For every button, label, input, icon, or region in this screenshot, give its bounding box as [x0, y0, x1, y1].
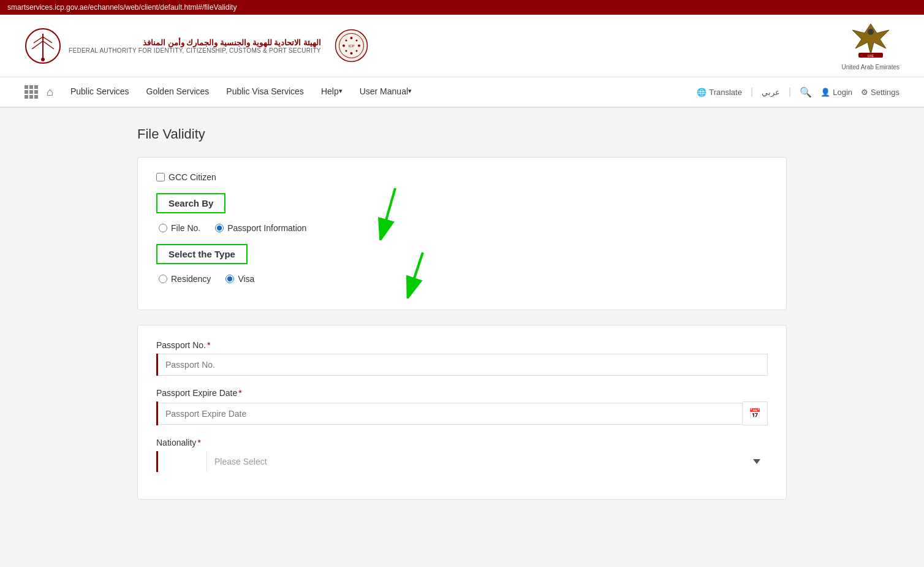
- nationality-required: *: [197, 438, 200, 447]
- uae-eagle-icon: UAE: [846, 21, 895, 64]
- settings-button[interactable]: ⚙ Settings: [861, 88, 899, 97]
- translate-label: Translate: [709, 88, 742, 97]
- nav-public-visa-services[interactable]: Public Visa Services: [218, 77, 312, 107]
- svg-point-15: [345, 50, 347, 52]
- svg-point-10: [350, 52, 352, 55]
- home-icon[interactable]: ⌂: [47, 86, 53, 99]
- nationality-group: Nationality* Please Select: [156, 438, 768, 472]
- nav-help[interactable]: Help: [312, 77, 351, 107]
- login-button[interactable]: 👤 Login: [820, 88, 852, 97]
- header-logo: الهيئة الاتحادية للهوية والجنسية والجمار…: [25, 28, 368, 64]
- nav-public-services[interactable]: Public Services: [62, 77, 138, 107]
- nationality-select[interactable]: Please Select: [207, 451, 768, 472]
- login-label: Login: [833, 88, 852, 97]
- logo-text: الهيئة الاتحادية للهوية والجنسية والجمار…: [69, 38, 321, 54]
- passport-info-label: Passport Information: [227, 223, 306, 233]
- gcc-citizen-checkbox[interactable]: [156, 173, 165, 181]
- passport-no-field-label: Passport No.*: [156, 340, 768, 350]
- passport-no-input-wrapper: [156, 354, 768, 376]
- file-no-label: File No.: [171, 223, 200, 233]
- header: الهيئة الاتحادية للهوية والجنسية والجمار…: [0, 15, 924, 77]
- nav-left: ⌂ Public Services Golden Services Public…: [25, 77, 420, 107]
- svg-line-5: [43, 41, 54, 49]
- passport-no-group: Passport No.*: [156, 340, 768, 376]
- translate-button[interactable]: 🌐 Translate: [697, 88, 742, 97]
- select-type-label: Select the Type: [156, 244, 248, 264]
- nav-links: Public Services Golden Services Public V…: [62, 77, 420, 107]
- search-type-card: GCC Citizen Search By File No. Passport …: [137, 157, 787, 310]
- passport-no-required: *: [207, 340, 210, 350]
- nationality-code-input[interactable]: [158, 451, 207, 472]
- svg-point-12: [358, 45, 360, 47]
- search-by-radio-row: File No. Passport Information: [156, 223, 768, 233]
- page-title: File Validity: [137, 126, 787, 142]
- arabic-button[interactable]: عربي: [762, 88, 780, 97]
- visa-option[interactable]: Visa: [225, 274, 254, 284]
- passport-no-input[interactable]: [158, 354, 768, 376]
- passport-expire-field-label: Passport Expire Date*: [156, 388, 768, 398]
- nav-divider: |: [751, 86, 753, 97]
- residency-label: Residency: [171, 274, 211, 284]
- settings-label: Settings: [871, 88, 899, 97]
- nav-golden-services[interactable]: Golden Services: [138, 77, 218, 107]
- passport-info-radio[interactable]: [215, 224, 224, 232]
- login-person-icon: 👤: [820, 88, 830, 97]
- svg-point-9: [350, 37, 352, 39]
- logo-arabic-text: الهيئة الاتحادية للهوية والجنسية والجمار…: [69, 38, 321, 47]
- svg-line-4: [32, 41, 43, 49]
- passport-expire-group: Passport Expire Date* 📅: [156, 388, 768, 425]
- residency-option[interactable]: Residency: [159, 274, 211, 284]
- svg-text:ICP: ICP: [348, 44, 354, 48]
- url-text: smartservices.icp.gov.ae/echannels/web/c…: [7, 3, 237, 12]
- residency-radio[interactable]: [159, 275, 167, 283]
- svg-point-13: [345, 40, 347, 42]
- nav-divider-2: |: [789, 86, 791, 97]
- svg-text:UAE: UAE: [868, 54, 874, 58]
- main-content: File Validity GCC Citizen Search By File…: [125, 108, 799, 533]
- header-right-logo: UAE United Arab Emirates: [842, 21, 900, 70]
- passport-info-option[interactable]: Passport Information: [215, 223, 306, 233]
- visa-label: Visa: [238, 274, 254, 284]
- visa-radio[interactable]: [225, 275, 234, 283]
- gcc-citizen-row: GCC Citizen: [156, 172, 768, 182]
- file-no-option[interactable]: File No.: [159, 223, 200, 233]
- logo-emblem-icon: [25, 28, 61, 64]
- search-icon[interactable]: 🔍: [800, 86, 812, 98]
- passport-expire-required: *: [238, 388, 241, 398]
- logo-seal-icon: ICP: [335, 29, 368, 63]
- nav-user-manual[interactable]: User Manual: [351, 77, 420, 107]
- navbar: ⌂ Public Services Golden Services Public…: [0, 77, 924, 108]
- gcc-citizen-label: GCC Citizen: [169, 172, 216, 182]
- search-by-label: Search By: [156, 193, 225, 213]
- calendar-icon-button[interactable]: 📅: [743, 401, 768, 425]
- nationality-input-wrapper: Please Select: [156, 451, 768, 472]
- type-radio-row: Residency Visa: [156, 274, 768, 284]
- svg-point-16: [355, 50, 357, 52]
- translate-icon: 🌐: [697, 88, 706, 97]
- logo-english-text: FEDERAL AUTHORITY FOR IDENTITY, CITIZENS…: [69, 47, 321, 54]
- nav-right: 🌐 Translate | عربي | 🔍 👤 Login ⚙ Setting…: [697, 86, 899, 98]
- uae-label-text: United Arab Emirates: [842, 64, 900, 70]
- passport-expire-input-wrapper: 📅: [156, 401, 768, 425]
- settings-gear-icon: ⚙: [861, 88, 868, 97]
- grid-icon[interactable]: [25, 85, 38, 99]
- nationality-field-label: Nationality*: [156, 438, 768, 447]
- svg-point-18: [868, 29, 874, 35]
- url-bar: smartservices.icp.gov.ae/echannels/web/c…: [0, 0, 924, 15]
- svg-point-14: [355, 40, 357, 42]
- svg-point-6: [41, 58, 45, 61]
- file-no-radio[interactable]: [159, 224, 167, 232]
- passport-expire-input[interactable]: [158, 403, 743, 425]
- passport-form-card: Passport No.* Passport Expire Date* 📅 Na…: [137, 325, 787, 500]
- svg-point-11: [343, 45, 345, 47]
